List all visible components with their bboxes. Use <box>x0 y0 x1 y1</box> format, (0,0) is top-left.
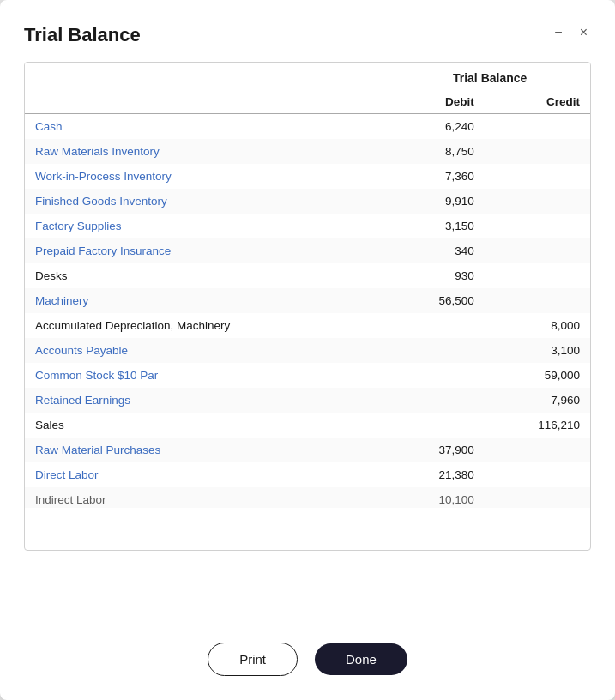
header-account-spacer <box>25 63 389 87</box>
debit-cell: 3,150 <box>389 214 484 238</box>
table-row: Accumulated Depreciation, Machinery8,000 <box>25 313 590 338</box>
debit-cell <box>389 388 484 413</box>
table-row: Factory Supplies3,150 <box>25 214 590 238</box>
table-row: Machinery56,500 <box>25 288 590 313</box>
account-name-cell: Accounts Payable <box>25 338 389 363</box>
table-row: Sales116,210 <box>25 413 590 438</box>
credit-cell: 7,960 <box>485 388 590 413</box>
account-name-cell: Machinery <box>25 288 389 313</box>
col-credit-header: Credit <box>485 87 590 114</box>
credit-cell <box>485 189 590 214</box>
table-scroll[interactable]: Trial Balance Debit Credit Cash6,240Raw … <box>25 63 590 550</box>
debit-cell: 7,360 <box>389 164 484 189</box>
dialog-content: Trial Balance Debit Credit Cash6,240Raw … <box>0 55 615 629</box>
table-row: Work-in-Process Inventory7,360 <box>25 164 590 189</box>
account-name-cell: Common Stock $10 Par <box>25 363 389 388</box>
account-name-cell: Direct Labor <box>25 462 389 487</box>
table-row: Retained Earnings7,960 <box>25 388 590 413</box>
minimize-button[interactable]: − <box>551 24 565 41</box>
table-row: Indirect Labor10,100 <box>25 487 590 508</box>
trial-balance-table: Trial Balance Debit Credit Cash6,240Raw … <box>25 63 590 508</box>
debit-cell: 930 <box>389 263 484 288</box>
debit-cell: 9,910 <box>389 189 484 214</box>
table-row: Cash6,240 <box>25 114 590 140</box>
done-button[interactable]: Done <box>315 643 407 675</box>
account-name-cell: Raw Materials Inventory <box>25 139 389 164</box>
dialog-footer: Print Done <box>0 629 615 700</box>
debit-cell: 10,100 <box>389 487 484 508</box>
table-row: Direct Labor21,380 <box>25 462 590 487</box>
credit-cell <box>485 114 590 140</box>
debit-cell: 21,380 <box>389 462 484 487</box>
credit-cell: 3,100 <box>485 338 590 363</box>
debit-cell: 56,500 <box>389 288 484 313</box>
print-button[interactable]: Print <box>208 643 298 676</box>
table-row: Prepaid Factory Insurance340 <box>25 238 590 263</box>
credit-cell <box>485 263 590 288</box>
table-row: Raw Material Purchases37,900 <box>25 438 590 462</box>
credit-cell <box>485 139 590 164</box>
credit-cell <box>485 288 590 313</box>
dialog-title: Trial Balance <box>24 24 141 46</box>
table-title: Trial Balance <box>389 63 590 87</box>
debit-cell: 8,750 <box>389 139 484 164</box>
table-container: Trial Balance Debit Credit Cash6,240Raw … <box>24 62 591 551</box>
account-name-cell: Indirect Labor <box>25 487 389 508</box>
table-row: Finished Goods Inventory9,910 <box>25 189 590 214</box>
credit-cell <box>485 487 590 508</box>
table-row: Common Stock $10 Par59,000 <box>25 363 590 388</box>
debit-cell: 37,900 <box>389 438 484 462</box>
table-row: Desks930 <box>25 263 590 288</box>
credit-cell: 59,000 <box>485 363 590 388</box>
account-name-cell: Prepaid Factory Insurance <box>25 238 389 263</box>
window-controls: − × <box>551 24 591 41</box>
trial-balance-dialog: Trial Balance − × Trial Balance Debit <box>0 0 615 700</box>
col-account-header <box>25 87 389 114</box>
dialog-header: Trial Balance − × <box>0 0 615 55</box>
account-name-cell: Raw Material Purchases <box>25 438 389 462</box>
debit-cell <box>389 363 484 388</box>
credit-cell <box>485 238 590 263</box>
col-debit-header: Debit <box>389 87 484 114</box>
debit-cell: 6,240 <box>389 114 484 140</box>
close-button[interactable]: × <box>576 24 591 41</box>
account-name-cell: Sales <box>25 413 389 438</box>
debit-cell <box>389 338 484 363</box>
account-name-cell: Cash <box>25 114 389 140</box>
debit-cell: 340 <box>389 238 484 263</box>
credit-cell: 8,000 <box>485 313 590 338</box>
account-name-cell: Accumulated Depreciation, Machinery <box>25 313 389 338</box>
account-name-cell: Factory Supplies <box>25 214 389 238</box>
credit-cell <box>485 164 590 189</box>
credit-cell <box>485 462 590 487</box>
credit-cell: 116,210 <box>485 413 590 438</box>
credit-cell <box>485 214 590 238</box>
table-row: Raw Materials Inventory8,750 <box>25 139 590 164</box>
table-row: Accounts Payable3,100 <box>25 338 590 363</box>
debit-cell <box>389 313 484 338</box>
account-name-cell: Work-in-Process Inventory <box>25 164 389 189</box>
account-name-cell: Retained Earnings <box>25 388 389 413</box>
debit-cell <box>389 413 484 438</box>
credit-cell <box>485 438 590 462</box>
account-name-cell: Finished Goods Inventory <box>25 189 389 214</box>
account-name-cell: Desks <box>25 263 389 288</box>
